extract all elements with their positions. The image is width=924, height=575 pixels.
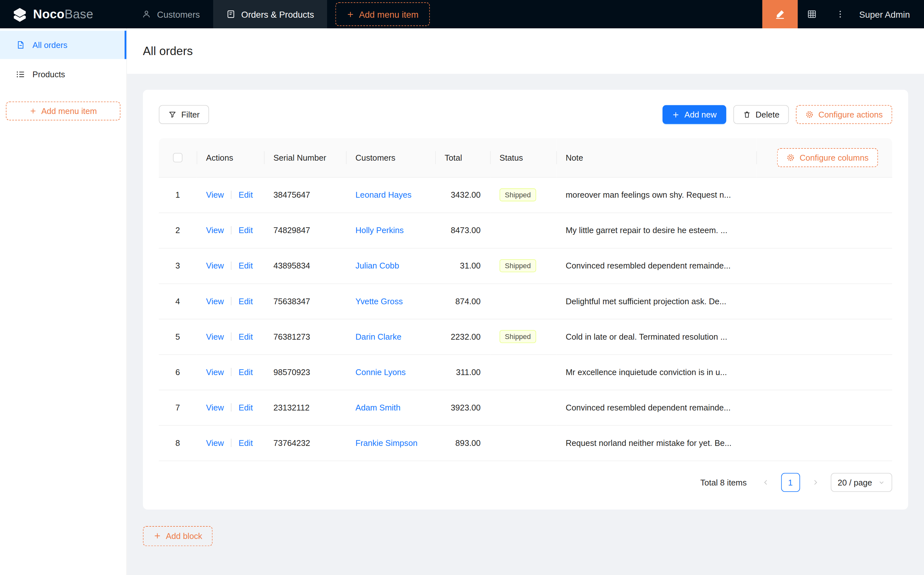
edit-link[interactable]: Edit [238,190,253,200]
page-header: All orders [127,28,924,74]
view-link[interactable]: View [206,190,224,200]
orders-block: Filter Add new [143,90,908,509]
pagination-prev-button[interactable] [756,473,775,492]
list-icon [16,70,25,79]
view-link[interactable]: View [206,261,224,270]
edit-link[interactable]: Edit [238,403,253,412]
table-row: 2 ViewEdit 74829847 Holly Perkins 8473.0… [159,213,892,248]
serial-number-cell: 73764232 [264,425,346,461]
note-cell: Convinced resembled dependent remainde..… [556,248,757,283]
actions-cell: ViewEdit [197,177,264,213]
status-cell: Shipped [490,319,556,354]
filter-button[interactable]: Filter [159,105,209,124]
column-header-serial-number: Serial Number [264,138,346,177]
status-cell [490,213,556,248]
add-menu-item-button-sidebar[interactable]: Add menu item [6,102,121,121]
sidebar-item-all-orders[interactable]: All orders [0,30,126,59]
top-menu-item-customers[interactable]: Customers [129,0,213,28]
edit-link[interactable]: Edit [238,297,253,306]
add-menu-item-label: Add menu item [41,106,97,116]
user-menu[interactable]: Super Admin [854,9,924,19]
serial-number-cell: 38475647 [264,177,346,213]
view-link[interactable]: View [206,403,224,412]
brand-name: NocoBase [33,7,94,21]
column-header-actions: Actions [197,138,264,177]
actions-cell: ViewEdit [197,389,264,425]
view-link[interactable]: View [206,226,224,235]
actions-cell: ViewEdit [197,354,264,389]
add-new-button[interactable]: Add new [662,105,726,124]
edit-link[interactable]: Edit [238,332,253,341]
header-row: Actions Serial Number Customers Total St… [159,138,892,177]
page-title: All orders [143,44,193,58]
configure-actions-button[interactable]: Configure actions [796,105,892,124]
edit-link[interactable]: Edit [238,226,253,235]
add-menu-item-label: Add menu item [359,9,419,19]
page-size-value: 20 / page [838,477,872,487]
pagination-total: Total 8 items [700,477,746,487]
page-content: Filter Add new [127,74,924,575]
table-row: 5 ViewEdit 76381273 Darin Clarke 2232.00… [159,319,892,354]
column-header-note: Note [556,138,757,177]
customer-link[interactable]: Leonard Hayes [356,190,411,200]
customer-link[interactable]: Darin Clarke [356,332,402,341]
page-size-select[interactable]: 20 / page [830,473,892,492]
ellipsis-icon [835,10,845,19]
collections-button[interactable] [798,0,826,28]
body-row: All orders Products Add menu item All or… [0,28,924,575]
brand-name-bold: Noco [33,7,65,21]
plus-icon [30,108,37,114]
serial-number-cell: 76381273 [264,319,346,354]
row-index-cell: 4 [159,283,196,319]
configure-columns-button[interactable]: Configure columns [777,148,878,167]
gear-icon [805,110,814,119]
row-index: 6 [175,367,180,377]
add-block-label: Add block [166,531,202,540]
pagination-page-1[interactable]: 1 [781,473,800,492]
top-menu-item-orders-products[interactable]: Orders & Products [213,0,327,28]
pagination-next-button[interactable] [806,473,825,492]
row-index-cell: 5 [159,319,196,354]
note-cell: Cold in late or deal. Terminated resolut… [556,319,757,354]
add-block-button[interactable]: Add block [143,526,213,546]
edit-link[interactable]: Edit [238,367,253,377]
configure-cell [756,248,892,283]
view-link[interactable]: View [206,438,224,448]
orders-table: Actions Serial Number Customers Total St… [159,138,892,461]
note-cell: moreover man feelings own shy. Request n… [556,177,757,213]
total-cell: 874.00 [435,283,491,319]
customer-link[interactable]: Holly Perkins [356,226,404,235]
view-link[interactable]: View [206,332,224,341]
edit-link[interactable]: Edit [238,261,253,270]
brand-logo[interactable]: NocoBase [0,6,129,22]
status-cell [490,354,556,389]
view-link[interactable]: View [206,297,224,306]
ui-editor-button[interactable] [762,0,798,28]
add-menu-item-button-top[interactable]: Add menu item [335,2,430,26]
configure-cell [756,319,892,354]
edit-link[interactable]: Edit [238,438,253,448]
customer-link[interactable]: Connie Lyons [356,367,406,377]
plus-icon [154,532,161,540]
customer-link[interactable]: Adam Smith [356,403,400,412]
delete-button[interactable]: Delete [733,105,789,124]
brand-name-light: Base [64,7,93,21]
column-header-configure: Configure columns [756,138,892,177]
customer-link[interactable]: Yvette Gross [356,297,403,306]
customer-link[interactable]: Frankie Simpson [356,438,418,448]
row-index-cell: 7 [159,389,196,425]
delete-label: Delete [756,110,780,119]
column-header-status: Status [490,138,556,177]
sidebar-item-label: All orders [33,40,67,49]
nocobase-logo-icon [12,6,28,22]
more-menu-button[interactable] [826,0,854,28]
main-area: All orders Filter [127,28,924,575]
select-all-checkbox[interactable] [173,153,182,163]
configure-actions-label: Configure actions [818,110,883,119]
view-link[interactable]: View [206,367,224,377]
customer-link[interactable]: Julian Cobb [356,261,399,270]
plus-icon [672,111,680,119]
sidebar-item-products[interactable]: Products [0,60,126,89]
filter-label: Filter [181,110,200,119]
action-divider [231,226,232,234]
